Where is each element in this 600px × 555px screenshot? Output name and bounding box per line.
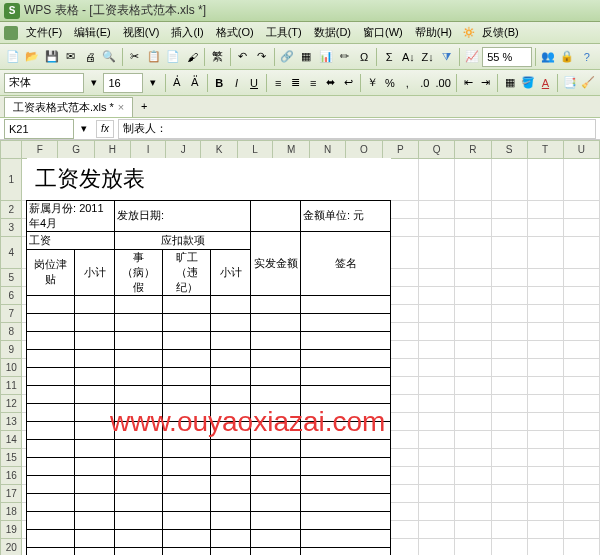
table-icon[interactable]: ▦: [297, 47, 315, 67]
print-icon[interactable]: 🖨: [81, 47, 99, 67]
inc-font-icon[interactable]: A̍: [170, 73, 185, 93]
underline-icon[interactable]: U: [246, 73, 261, 93]
currency-icon[interactable]: ￥: [365, 73, 380, 93]
formula-bar: K21 ▾ fx 制表人：: [0, 118, 600, 140]
sheet-title: 工资发放表: [27, 158, 391, 200]
app-title: WPS 表格 - [工资表格式范本.xls *]: [24, 2, 206, 19]
name-box[interactable]: K21: [4, 119, 74, 139]
trad-button[interactable]: 繁: [208, 47, 226, 67]
chart-icon[interactable]: 📊: [316, 47, 334, 67]
style-icon[interactable]: 📑: [562, 73, 578, 93]
brush-icon[interactable]: 🖌: [183, 47, 201, 67]
fill-color-icon[interactable]: 🪣: [520, 73, 536, 93]
file-menu-icon[interactable]: [4, 26, 18, 40]
indent-dec-icon[interactable]: ⇤: [461, 73, 476, 93]
link-icon[interactable]: 🔗: [278, 47, 296, 67]
merge-icon[interactable]: ⬌: [323, 73, 338, 93]
font-name-input[interactable]: [4, 73, 84, 93]
dec-font-icon[interactable]: A̎: [187, 73, 202, 93]
document-tabs: 工资表格式范本.xls * × +: [0, 96, 600, 118]
mail-icon[interactable]: ✉: [62, 47, 80, 67]
font-dropdown-icon[interactable]: ▾: [86, 73, 101, 93]
menu-file[interactable]: 文件(F): [20, 23, 68, 42]
symbol-icon[interactable]: Ω: [355, 47, 373, 67]
menu-bar: 文件(F) 编辑(E) 视图(V) 插入(I) 格式(O) 工具(T) 数据(D…: [0, 22, 600, 44]
menu-feedback[interactable]: 反馈(B): [476, 23, 525, 42]
app-logo-icon: S: [4, 3, 20, 19]
menu-window[interactable]: 窗口(W): [357, 23, 409, 42]
italic-icon[interactable]: I: [229, 73, 244, 93]
save-icon[interactable]: 💾: [43, 47, 61, 67]
dec-dec-icon[interactable]: .00: [435, 73, 452, 93]
align-center-icon[interactable]: ≣: [288, 73, 303, 93]
align-right-icon[interactable]: ≡: [305, 73, 320, 93]
sort-desc-icon[interactable]: Z↓: [419, 47, 437, 67]
menu-edit[interactable]: 编辑(E): [68, 23, 117, 42]
menu-format[interactable]: 格式(O): [210, 23, 260, 42]
paste-icon[interactable]: 📄: [164, 47, 182, 67]
name-dropdown-icon[interactable]: ▾: [74, 119, 94, 139]
preview-icon[interactable]: 🔍: [100, 47, 118, 67]
cut-icon[interactable]: ✂: [125, 47, 143, 67]
toolbar-main: 📄 📂 💾 ✉ 🖨 🔍 ✂ 📋 📄 🖌 繁 ↶ ↷ 🔗 ▦ 📊 ✏ Ω Σ A↓…: [0, 44, 600, 70]
comma-icon[interactable]: ,: [400, 73, 415, 93]
new-icon[interactable]: 📄: [4, 47, 22, 67]
align-left-icon[interactable]: ≡: [271, 73, 286, 93]
fx-icon[interactable]: fx: [96, 120, 114, 138]
menu-tools[interactable]: 工具(T): [260, 23, 308, 42]
menu-insert[interactable]: 插入(I): [165, 23, 209, 42]
toolbar-format: ▾ ▾ A̍ A̎ B I U ≡ ≣ ≡ ⬌ ↩ ￥ % , .0 .00 ⇤…: [0, 70, 600, 96]
doc-tab[interactable]: 工资表格式范本.xls * ×: [4, 97, 133, 117]
formula-input[interactable]: 制表人：: [118, 119, 596, 139]
size-dropdown-icon[interactable]: ▾: [145, 73, 160, 93]
zoom-input[interactable]: [482, 47, 532, 67]
menu-help[interactable]: 帮助(H): [409, 23, 458, 42]
people-icon[interactable]: 👥: [539, 47, 557, 67]
redo-icon[interactable]: ↷: [253, 47, 271, 67]
wrap-icon[interactable]: ↩: [340, 73, 355, 93]
help-icon[interactable]: ?: [578, 47, 596, 67]
undo-icon[interactable]: ↶: [233, 47, 251, 67]
close-tab-icon[interactable]: ×: [118, 101, 124, 113]
open-icon[interactable]: 📂: [23, 47, 41, 67]
draw-icon[interactable]: ✏: [336, 47, 354, 67]
payroll-table: 工资发放表 薪属月份: 2011年4月 发放日期: 金额单位: 元 工资 应扣款…: [26, 158, 391, 555]
sum-icon[interactable]: Σ: [380, 47, 398, 67]
font-size-input[interactable]: [103, 73, 143, 93]
menu-data[interactable]: 数据(D): [308, 23, 357, 42]
bold-icon[interactable]: B: [211, 73, 226, 93]
copy-icon[interactable]: 📋: [145, 47, 163, 67]
inc-dec-icon[interactable]: .0: [417, 73, 432, 93]
add-tab-icon[interactable]: +: [137, 100, 151, 114]
indent-inc-icon[interactable]: ⇥: [478, 73, 493, 93]
clear-icon[interactable]: 🧹: [580, 73, 596, 93]
font-color-icon[interactable]: A: [538, 73, 553, 93]
title-bar: S WPS 表格 - [工资表格式范本.xls *]: [0, 0, 600, 22]
chart2-icon[interactable]: 📈: [463, 47, 481, 67]
doc-tab-label: 工资表格式范本.xls *: [13, 100, 114, 115]
percent-icon[interactable]: %: [382, 73, 397, 93]
sort-asc-icon[interactable]: A↓: [399, 47, 417, 67]
filter-icon[interactable]: ⧩: [438, 47, 456, 67]
menu-view[interactable]: 视图(V): [117, 23, 166, 42]
border-icon[interactable]: ▦: [502, 73, 517, 93]
sheet-area[interactable]: FGHIJKLMNOPQRSTU123456789101112131415161…: [0, 140, 600, 555]
lock-icon[interactable]: 🔒: [558, 47, 576, 67]
